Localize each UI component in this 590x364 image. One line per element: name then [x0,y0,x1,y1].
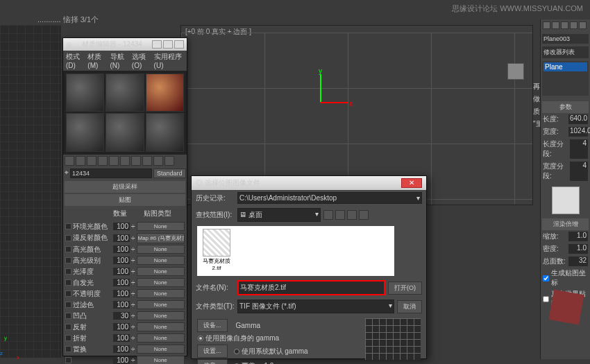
map-checkbox[interactable] [65,313,71,319]
up-icon[interactable] [335,210,345,220]
mat-tool-icon[interactable] [120,156,130,166]
material-slot[interactable] [106,113,144,151]
lseg-spinner[interactable]: 4 [570,139,588,159]
map-slot-button[interactable]: None [137,289,185,298]
map-amount-spinner[interactable]: 100 [113,268,130,275]
navigation-cube-icon[interactable] [549,290,584,325]
maximize-button[interactable] [163,40,173,49]
modifier-list-dropdown[interactable]: 修改器列表 [542,46,589,58]
material-editor-titlebar[interactable]: ◎ 材质编辑器 - 12434 [63,38,187,51]
map-checkbox[interactable] [65,235,71,241]
map-slot-button[interactable]: Map #6 (马赛克材质1.jpg) [137,233,185,243]
mat-tool-icon[interactable] [87,156,96,166]
map-slot-button[interactable]: None [137,267,185,276]
mat-tool-icon[interactable] [142,156,152,166]
file-list-area[interactable]: 马赛克材质2.tif [197,226,394,276]
mat-tool-icon[interactable] [165,156,174,166]
map-amount-spinner[interactable]: 100 [113,290,130,297]
map-slot-button[interactable]: None [137,222,185,231]
menu-options[interactable]: 选项(O) [132,52,151,69]
map-checkbox[interactable] [65,324,71,330]
modify-tab[interactable] [552,21,559,29]
gamma-radio-image[interactable]: 使用图像自身的 gamma [197,333,361,344]
menu-material[interactable]: 材质(M) [87,52,107,69]
map-slot-button[interactable]: None [137,311,185,320]
viewcube[interactable] [507,63,524,80]
material-slot[interactable] [106,73,144,112]
material-slot-active[interactable] [146,73,184,112]
map-slot-button[interactable]: None [137,333,185,343]
cancel-button[interactable]: 取消 [397,300,422,313]
setup-button[interactable]: 设置... [197,345,228,358]
map-amount-spinner[interactable]: 100 [113,223,130,230]
file-dialog-titlebar[interactable]: ◎ 选择位图图像文件 ✕ [192,176,426,190]
map-slot-button[interactable]: None [137,322,185,331]
map-amount-spinner[interactable]: 100 [113,301,130,309]
history-dropdown[interactable]: C:\Users\Administrator\Desktop▾ [237,192,422,204]
material-slot[interactable] [66,113,104,151]
filetype-dropdown[interactable]: TIF 图像文件 (*.tif)▾ [237,300,394,313]
map-checkbox[interactable] [65,302,71,308]
map-checkbox[interactable] [65,335,71,341]
minimize-button[interactable] [152,40,162,49]
mat-tool-icon[interactable] [109,156,119,166]
wseg-spinner[interactable]: 4 [570,162,588,181]
mat-tool-icon[interactable] [131,156,141,166]
filename-input[interactable]: 马赛克材质2.tif [237,280,385,295]
open-button[interactable]: 打开(O) [388,281,422,295]
menu-mode[interactable]: 模式(D) [66,52,85,69]
map-slot-button[interactable]: None [137,356,185,364]
render-mult-header[interactable]: 渲染倍增 [542,218,589,230]
info-button[interactable]: 信息... [197,359,228,364]
viewmode-icon[interactable] [359,210,369,220]
map-checkbox[interactable] [65,223,71,229]
motion-tab[interactable] [570,21,578,29]
modifier-stack[interactable]: Plane [542,61,589,96]
map-slot-button[interactable]: None [137,256,185,265]
mat-tool-icon[interactable] [153,156,163,166]
gamma-radio-override[interactable]: 覆盖 [233,361,256,365]
material-name-input[interactable] [70,168,152,178]
material-slot[interactable] [146,113,184,151]
length-spinner[interactable]: 640.0 [568,114,588,124]
close-button[interactable] [174,40,184,49]
gen-uv-checkbox[interactable] [543,275,549,281]
map-checkbox[interactable] [65,246,71,252]
map-checkbox[interactable] [65,257,71,263]
map-amount-spinner[interactable]: 100 [113,279,130,286]
mat-tool-icon[interactable] [98,156,108,166]
width-spinner[interactable]: 1024.0 [568,127,588,137]
map-amount-spinner[interactable]: 100 [113,245,130,253]
mat-tool-icon[interactable] [65,156,74,166]
map-slot-button[interactable]: None [137,345,185,354]
real-world-checkbox[interactable] [543,296,549,302]
map-amount-spinner[interactable]: 100 [113,334,130,342]
map-amount-spinner[interactable]: 100 [113,257,130,264]
hierarchy-tab[interactable] [561,21,568,29]
map-checkbox[interactable] [65,357,71,363]
eyedropper-icon[interactable]: ⌖ [65,168,69,178]
display-tab[interactable] [579,21,587,29]
supersampling-rollout[interactable]: 超级采样 [65,181,185,193]
mat-tool-icon[interactable] [76,156,85,166]
maps-rollout[interactable]: 贴图 [65,194,185,206]
map-slot-button[interactable]: None [137,278,185,287]
map-amount-spinner[interactable]: 100 [113,345,130,353]
map-checkbox[interactable] [65,279,71,286]
map-checkbox[interactable] [65,268,71,275]
map-amount-spinner[interactable]: 100 [113,323,130,331]
params-rollout-header[interactable]: 参数 [542,101,589,113]
map-checkbox[interactable] [65,291,71,297]
map-slot-button[interactable]: None [137,245,185,254]
file-item[interactable]: 马赛克材质2.tif [200,229,233,273]
back-icon[interactable] [323,210,333,220]
map-checkbox[interactable] [65,346,71,352]
map-amount-spinner[interactable]: 100 [113,356,130,364]
menu-utils[interactable]: 实用程序(U) [154,52,184,69]
map-amount-spinner[interactable]: 100 [113,234,130,242]
device-button[interactable]: 设备... [197,319,228,332]
object-name-field[interactable]: Plane003 [542,34,589,44]
material-slot[interactable] [66,73,104,112]
gamma-radio-system[interactable]: 使用系统默认 gamma [233,346,309,357]
close-icon[interactable]: ✕ [401,178,422,188]
